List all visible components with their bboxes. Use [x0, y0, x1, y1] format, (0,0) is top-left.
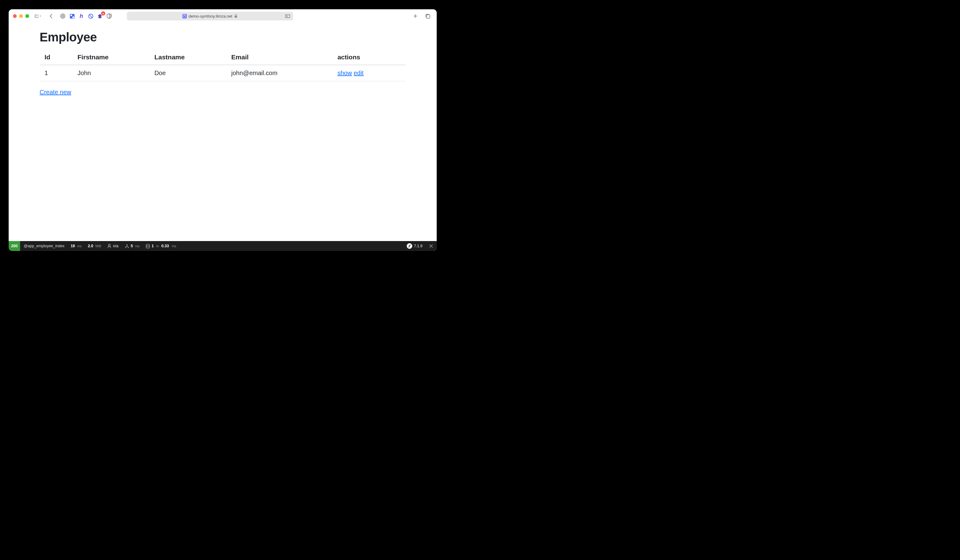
svg-point-19: [125, 247, 126, 248]
chrome-right-icons: [412, 13, 431, 19]
reader-icon[interactable]: [285, 14, 290, 18]
twig-panel[interactable]: 5ms: [122, 241, 143, 251]
cell-actions: show edit: [333, 65, 406, 81]
svg-point-5: [72, 16, 74, 18]
sidebar-toggle-button[interactable]: [35, 13, 42, 19]
cell-lastname: Doe: [149, 65, 226, 81]
user-icon: [107, 244, 111, 248]
svg-rect-11: [285, 15, 290, 18]
memory-panel[interactable]: 2.0MiB: [85, 241, 104, 251]
user-value: n/a: [113, 244, 118, 248]
time-unit: ms: [77, 244, 82, 248]
svg-point-20: [128, 247, 129, 248]
lock-icon: [234, 14, 238, 18]
svg-point-17: [109, 244, 110, 246]
new-tab-button[interactable]: [412, 13, 419, 19]
svg-point-2: [61, 14, 65, 18]
tabs-overview-button[interactable]: [424, 13, 431, 19]
symfony-logo-icon: [407, 243, 412, 249]
twig-value: 5: [131, 244, 133, 248]
db-time: 0.33: [162, 244, 169, 248]
toolbar-close-button[interactable]: [426, 244, 437, 248]
th-actions: actions: [333, 50, 406, 65]
db-count: 1: [152, 244, 154, 248]
svg-rect-16: [427, 15, 430, 18]
page-title: Employee: [40, 30, 406, 44]
edit-link[interactable]: edit: [354, 70, 363, 77]
maximize-window-icon[interactable]: [26, 14, 29, 18]
svg-point-21: [146, 244, 150, 246]
honey-ext-icon[interactable]: h: [78, 13, 84, 19]
close-window-icon[interactable]: [13, 14, 17, 18]
target-ext-icon[interactable]: [60, 13, 66, 19]
time-panel[interactable]: 19ms: [67, 241, 85, 251]
route-name[interactable]: @app_employee_index: [21, 241, 68, 251]
address-bar[interactable]: demo-symfony.9mza.net: [127, 12, 293, 21]
th-firstname: Firstname: [73, 50, 150, 65]
ext-badge: 6: [101, 11, 105, 16]
symfony-version-panel[interactable]: 7.1.9: [403, 241, 426, 251]
db-in: in: [156, 244, 159, 248]
symfony-version: 7.1.9: [414, 244, 422, 248]
svg-point-18: [126, 244, 127, 245]
window-controls: [13, 14, 29, 18]
db-panel[interactable]: 1 in 0.33 ms: [142, 241, 179, 251]
database-icon: [146, 244, 150, 249]
svg-rect-6: [70, 14, 72, 16]
svg-rect-13: [286, 16, 288, 17]
cell-email: john@email.com: [226, 65, 333, 81]
twig-unit: ms: [135, 244, 140, 248]
page-content: Employee Id Firstname Lastname Email act…: [9, 23, 437, 241]
create-new-link[interactable]: Create new: [40, 89, 71, 96]
symfony-toolbar: 200 @app_employee_index 19ms 2.0MiB n/a …: [9, 241, 437, 251]
time-value: 19: [70, 244, 75, 248]
site-favicon-icon: [182, 14, 187, 18]
status-badge[interactable]: 200: [9, 241, 20, 251]
mem-unit: MiB: [95, 244, 101, 248]
th-id: Id: [40, 50, 73, 65]
svg-point-3: [62, 15, 64, 17]
employee-table: Id Firstname Lastname Email actions 1 Jo…: [40, 50, 406, 81]
blocker-ext-icon[interactable]: [88, 13, 93, 19]
extension-row: h 6: [60, 13, 112, 19]
browser-chrome: h 6 demo-symfony.9mza.net: [9, 9, 437, 23]
nav-back-button[interactable]: [48, 13, 54, 19]
shield-ext-icon[interactable]: [106, 13, 112, 19]
th-lastname: Lastname: [149, 50, 226, 65]
cell-id: 1: [40, 65, 73, 81]
layers-ext-icon[interactable]: 6: [97, 13, 103, 19]
twig-icon: [125, 244, 129, 248]
minimize-window-icon[interactable]: [19, 14, 23, 18]
browser-window: h 6 demo-symfony.9mza.net: [9, 9, 437, 251]
cell-firstname: John: [73, 65, 150, 81]
svg-line-8: [90, 15, 92, 18]
chevron-down-icon: [40, 15, 42, 17]
svg-rect-10: [235, 16, 237, 18]
svg-rect-9: [182, 14, 187, 18]
db-unit: ms: [172, 244, 176, 248]
mem-value: 2.0: [88, 244, 93, 248]
create-new-row: Create new: [40, 89, 406, 96]
devtools-ext-icon[interactable]: [69, 13, 75, 19]
table-header-row: Id Firstname Lastname Email actions: [40, 50, 406, 65]
th-email: Email: [226, 50, 333, 65]
show-link[interactable]: show: [338, 70, 352, 77]
table-row: 1 John Doe john@email.com show edit: [40, 65, 406, 81]
svg-rect-0: [35, 14, 38, 17]
url-text: demo-symfony.9mza.net: [189, 14, 232, 19]
user-panel[interactable]: n/a: [104, 241, 121, 251]
